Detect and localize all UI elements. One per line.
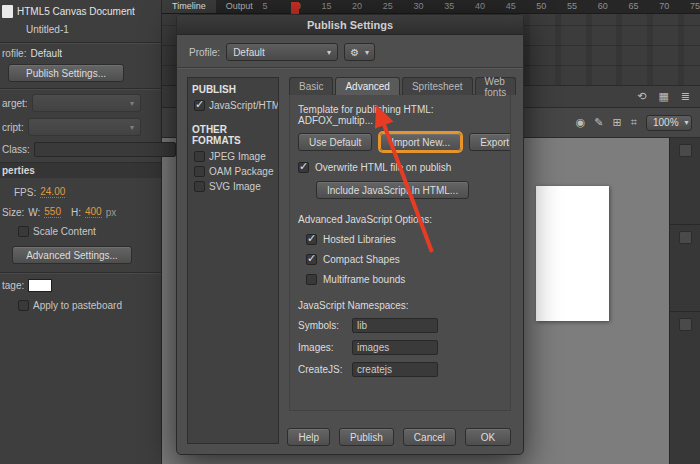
tab-webfonts[interactable]: Web fonts xyxy=(475,77,517,95)
multiframe-bounds-label: Multiframe bounds xyxy=(323,274,405,285)
tab-spritesheet[interactable]: Spritesheet xyxy=(402,77,473,95)
createjs-input[interactable] xyxy=(352,362,438,377)
export-button[interactable]: Export xyxy=(469,133,511,151)
target-dropdown[interactable]: ▾ xyxy=(32,94,141,112)
height-value[interactable]: 400 xyxy=(85,206,102,218)
camera-icon[interactable]: ◉ xyxy=(576,116,586,129)
stage-label: tage: xyxy=(2,280,24,291)
tab-advanced[interactable]: Advanced xyxy=(335,77,399,95)
other-formats-header: OTHER FORMATS xyxy=(190,121,276,149)
ruler-number: 65 xyxy=(629,1,639,11)
fps-value[interactable]: 24.00 xyxy=(40,186,65,198)
overwrite-html-label: Overwrite HTML file on publish xyxy=(315,162,451,173)
scale-content-label: Scale Content xyxy=(33,226,96,237)
dock-panel-tab[interactable] xyxy=(670,138,700,225)
svg-checkbox[interactable] xyxy=(194,181,205,192)
stage-canvas[interactable] xyxy=(536,186,609,321)
publish-button[interactable]: Publish xyxy=(339,428,394,446)
profile-options-button[interactable]: ⚙ ▾ xyxy=(344,43,375,61)
profile-label: rofile: xyxy=(2,48,26,59)
import-new-button[interactable]: Import New... xyxy=(380,133,461,151)
format-item-jpeg[interactable]: JPEG Image xyxy=(190,149,276,164)
include-javascript-button[interactable]: Include JavaScript In HTML... xyxy=(316,181,469,199)
ruler-number: 25 xyxy=(383,1,393,11)
properties-section-header[interactable]: perties xyxy=(0,162,161,178)
multiframe-bounds-checkbox[interactable] xyxy=(306,274,317,285)
createjs-label: CreateJS: xyxy=(298,364,346,375)
publish-section-header: PUBLISH xyxy=(190,81,276,98)
target-label: arget: xyxy=(2,98,28,109)
cancel-button[interactable]: Cancel xyxy=(403,428,456,446)
use-default-button[interactable]: Use Default xyxy=(298,133,372,151)
format-item-oam[interactable]: OAM Package xyxy=(190,164,276,179)
images-input[interactable] xyxy=(352,340,438,355)
apply-pasteboard-checkbox[interactable] xyxy=(18,300,29,311)
compact-shapes-checkbox[interactable] xyxy=(306,254,317,265)
class-input[interactable] xyxy=(34,142,176,157)
zoom-value: 100% xyxy=(653,117,679,128)
format-item-javascript-html[interactable]: JavaScript/HTML xyxy=(190,98,276,113)
dock-panel-tab[interactable] xyxy=(670,225,700,312)
oam-checkbox[interactable] xyxy=(194,166,205,177)
dialog-content: Basic Advanced Spritesheet Web fonts Tem… xyxy=(289,77,511,412)
ruler-number: 55 xyxy=(567,1,577,11)
symbols-label: Symbols: xyxy=(298,320,346,331)
height-label: H: xyxy=(71,207,81,218)
playhead[interactable] xyxy=(291,2,299,14)
hash-icon[interactable]: ⌗ xyxy=(631,116,637,129)
chevron-down-icon: ▾ xyxy=(327,48,331,57)
hosted-libraries-checkbox[interactable] xyxy=(306,234,317,245)
ruler-number: 60 xyxy=(598,1,608,11)
app: Timeline Output 510152025303540455055606… xyxy=(0,0,700,464)
snap-grid-icon[interactable]: ⊞ xyxy=(613,116,622,129)
document-name[interactable]: Untitled-1 xyxy=(26,24,69,35)
dialog-title[interactable]: Publish Settings xyxy=(177,15,523,35)
chevron-down-icon: ▾ xyxy=(130,99,134,108)
apply-pasteboard-label: Apply to pasteboard xyxy=(33,300,122,311)
stage-color-swatch[interactable] xyxy=(28,279,52,292)
format-item-svg[interactable]: SVG Image xyxy=(190,179,276,194)
dock-panel-tab[interactable] xyxy=(670,312,700,331)
zoom-dropdown[interactable]: 100% ▾ xyxy=(646,115,692,131)
chevron-down-icon: ▾ xyxy=(365,48,369,57)
tab-basic[interactable]: Basic xyxy=(289,77,333,95)
symbols-input[interactable] xyxy=(352,318,438,333)
advanced-settings-button[interactable]: Advanced Settings... xyxy=(12,246,132,264)
panel-icon xyxy=(679,144,692,157)
compact-shapes-label: Compact Shapes xyxy=(323,254,400,265)
px-label: px xyxy=(106,207,117,218)
width-value[interactable]: 550 xyxy=(44,206,61,218)
advanced-js-options-header: Advanced JavaScript Options: xyxy=(298,214,502,225)
javascript-html-checkbox[interactable] xyxy=(194,100,205,111)
dialog-profile-label: Profile: xyxy=(189,47,220,58)
ruler-number: 15 xyxy=(321,1,331,11)
namespaces-header: JavaScript Namespaces: xyxy=(298,300,502,311)
class-label: Class: xyxy=(2,144,30,155)
format-item-label: SVG Image xyxy=(209,181,261,192)
right-panel-dock xyxy=(669,138,700,464)
formats-list: PUBLISH JavaScript/HTML OTHER FORMATS JP… xyxy=(187,77,279,444)
ruler-number: 45 xyxy=(506,1,516,11)
rotate-icon[interactable]: ⟲ xyxy=(637,90,646,103)
ruler-number: 35 xyxy=(444,1,454,11)
dialog-profile-value: Default xyxy=(233,47,265,58)
profile-value[interactable]: Default xyxy=(30,48,62,59)
timeline-ruler-numbers[interactable]: 51015202530354045505560657075 xyxy=(162,0,700,13)
jpeg-checkbox[interactable] xyxy=(194,151,205,162)
publish-settings-button[interactable]: Publish Settings... xyxy=(8,64,124,82)
chevron-down-icon: ▾ xyxy=(685,118,689,127)
script-dropdown[interactable]: ▾ xyxy=(28,118,141,136)
gear-icon: ⚙ xyxy=(350,47,359,58)
grid-icon[interactable]: ▦ xyxy=(658,90,668,103)
ok-button[interactable]: OK xyxy=(465,428,511,446)
document-type: HTML5 Canvas Document xyxy=(17,6,135,17)
overwrite-html-checkbox[interactable] xyxy=(298,162,309,173)
advanced-tab-panel: Template for publishing HTML: ADFOX_mult… xyxy=(289,94,511,411)
format-item-label: JPEG Image xyxy=(209,151,266,162)
menu-icon[interactable]: ≣ xyxy=(681,90,690,103)
pencil-icon[interactable]: ✎ xyxy=(594,116,603,129)
scale-content-checkbox[interactable] xyxy=(18,226,29,237)
help-button[interactable]: Help xyxy=(287,428,330,446)
dialog-profile-dropdown[interactable]: Default ▾ xyxy=(226,43,338,61)
ruler-number: 40 xyxy=(475,1,485,11)
